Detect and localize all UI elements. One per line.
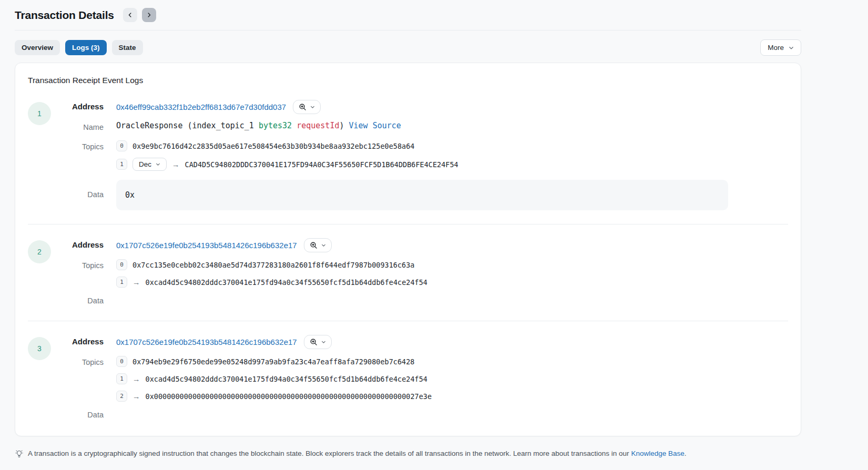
topic-item: 1 → 0xcad4d5c94802dddc370041e175fd94a0c3… (116, 277, 427, 288)
data-value-empty (116, 411, 788, 421)
address-link[interactable]: 0x1707c526e19fe0b254193b5481426c196b632e… (116, 241, 297, 250)
address-zoom-dropdown[interactable] (293, 100, 321, 114)
log-index-badge: 2 (28, 240, 51, 263)
footer-text: A transaction is a cryptographically sig… (28, 449, 686, 458)
address-link[interactable]: 0x46eff99cab332f1b2eb2ff6813d67e7d30fdd0… (116, 103, 286, 111)
data-row: Data 0x (51, 180, 788, 210)
topic-item: 1 → 0xcad4d5c94802dddc370041e175fd94a0c3… (116, 373, 432, 384)
topic-value: 0x00000000000000000000000000000000000000… (146, 392, 432, 401)
page-container: Transaction Details Overview Logs (3) St… (15, 0, 801, 458)
address-row: Address 0x46eff99cab332f1b2eb2ff6813d67e… (51, 100, 788, 114)
prev-transaction-button[interactable] (123, 8, 137, 22)
more-dropdown[interactable]: More (760, 39, 801, 56)
log-index-badge: 3 (28, 337, 51, 360)
event-logs-card: Transaction Receipt Event Logs 1 Address… (15, 63, 801, 436)
knowledge-base-link[interactable]: Knowledge Base (631, 449, 684, 457)
topic-index-chip: 1 (116, 277, 127, 288)
topic-value: CAD4D5C94802DDDC370041E175FD94A0C34F5565… (185, 160, 458, 169)
log-entry-1: 1 Address 0x46eff99cab332f1b2eb2ff6813d6… (28, 100, 788, 210)
data-label: Data (51, 180, 104, 199)
footer-period: . (685, 449, 687, 457)
chevron-down-icon (321, 243, 326, 248)
log-entry-3: 3 Address 0x1707c526e19fe0b254193b548142… (28, 335, 788, 421)
topic-item: 0 0x794eb9e29f6750ede99e05248d997a9ab9fa… (116, 356, 432, 367)
log-badge-column: 1 (28, 100, 51, 210)
log-index-badge: 1 (28, 102, 51, 125)
event-param-name: requestId (292, 121, 339, 130)
data-row: Data (51, 411, 788, 421)
card-heading: Transaction Receipt Event Logs (28, 76, 788, 85)
address-zoom-dropdown[interactable] (304, 335, 332, 349)
decode-selected-option: Dec (139, 160, 151, 168)
arrow-right-icon: → (132, 375, 140, 383)
data-value-empty (116, 297, 788, 307)
zoom-in-icon (310, 338, 318, 346)
arrow-right-icon: → (172, 160, 180, 169)
topic-value: 0x7cc135e0cebb02c3480ae5d74d377283180a26… (132, 261, 414, 269)
topic-value: 0xcad4d5c94802dddc370041e175fd94a0c34f55… (146, 375, 427, 383)
more-label: More (768, 44, 784, 52)
topic-index-chip: 0 (116, 259, 127, 270)
data-row: Data (51, 297, 788, 307)
address-zoom-dropdown[interactable] (304, 238, 332, 252)
topics-label: Topics (51, 356, 104, 366)
log-badge-column: 3 (28, 335, 51, 421)
event-name-close: ) (339, 121, 349, 130)
page-header: Transaction Details (15, 0, 801, 22)
event-signature: OracleResponse (index_topic_1 bytes32 re… (116, 121, 788, 130)
header-divider (15, 30, 801, 30)
chevron-down-icon (789, 45, 794, 50)
data-label: Data (51, 411, 104, 419)
topics-row: Topics 0 0x9e9bc7616d42c2835d05ae617e508… (51, 140, 788, 171)
tab-overview[interactable]: Overview (15, 40, 60, 55)
data-value: 0x (125, 190, 135, 200)
name-label: Name (51, 121, 104, 131)
lightbulb-icon (15, 449, 24, 458)
zoom-in-icon (299, 103, 307, 111)
topic-index-chip: 0 (116, 356, 127, 367)
chevron-down-icon (310, 105, 315, 109)
topics-label: Topics (51, 140, 104, 151)
topic-value: 0xcad4d5c94802dddc370041e175fd94a0c34f55… (146, 278, 427, 287)
address-link[interactable]: 0x1707c526e19fe0b254193b5481426c196b632e… (116, 338, 297, 346)
log-divider (28, 224, 788, 224)
tab-logs[interactable]: Logs (3) (65, 40, 107, 55)
log-badge-column: 2 (28, 238, 51, 307)
tab-bar: Overview Logs (3) State More (15, 39, 801, 56)
event-name-text: OracleResponse (index_topic_1 (116, 121, 259, 130)
topic-item: 2 → 0x0000000000000000000000000000000000… (116, 391, 432, 402)
zoom-in-icon (310, 241, 318, 249)
chevron-left-icon (127, 12, 133, 18)
tab-state[interactable]: State (112, 40, 143, 55)
name-row: Name OracleResponse (index_topic_1 bytes… (51, 121, 788, 131)
chevron-right-icon (146, 12, 152, 18)
address-label: Address (51, 238, 104, 249)
event-param-type: bytes32 (259, 121, 292, 130)
topics-row: Topics 0 0x7cc135e0cebb02c3480ae5d74d377… (51, 259, 788, 288)
topics-label: Topics (51, 259, 104, 270)
topic-item: 0 0x7cc135e0cebb02c3480ae5d74d377283180a… (116, 259, 427, 270)
data-box: 0x (116, 180, 728, 210)
chevron-down-icon (156, 162, 160, 167)
topic-index-chip: 1 (116, 159, 127, 170)
topic-value: 0x9e9bc7616d42c2835d05ae617e508454e63b30… (132, 142, 414, 150)
topic-decode-dropdown[interactable]: Dec (132, 158, 167, 171)
topic-item: 1 Dec → CAD4D5C94802DDDC370041E175FD94A0… (116, 158, 458, 171)
log-divider (28, 321, 788, 321)
topic-index-chip: 0 (116, 140, 127, 151)
next-transaction-button[interactable] (142, 8, 156, 22)
view-source-link[interactable]: View Source (349, 121, 401, 130)
footer-sentence: A transaction is a cryptographically sig… (28, 449, 631, 457)
address-row: Address 0x1707c526e19fe0b254193b5481426c… (51, 335, 788, 349)
address-label: Address (51, 100, 104, 111)
topic-item: 0 0x9e9bc7616d42c2835d05ae617e508454e63b… (116, 140, 458, 151)
topics-row: Topics 0 0x794eb9e29f6750ede99e05248d997… (51, 356, 788, 402)
page-title: Transaction Details (15, 9, 114, 22)
topic-value: 0x794eb9e29f6750ede99e05248d997a9ab9fa23… (132, 357, 414, 366)
arrow-right-icon: → (132, 278, 140, 287)
address-row: Address 0x1707c526e19fe0b254193b5481426c… (51, 238, 788, 252)
address-label: Address (51, 335, 104, 346)
chevron-down-icon (321, 340, 326, 344)
arrow-right-icon: → (132, 392, 140, 401)
data-label: Data (51, 297, 104, 305)
